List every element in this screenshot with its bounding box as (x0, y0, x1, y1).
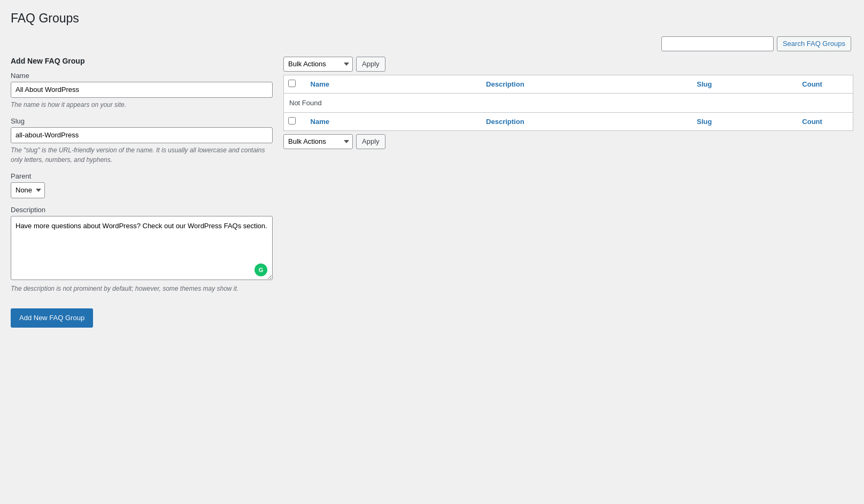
search-bar-row: Search FAQ Groups (11, 36, 853, 51)
footer-checkbox-cell (284, 112, 305, 130)
bottom-bulk-actions-select[interactable]: Bulk Actions (283, 134, 353, 149)
table-footer: Name Description Slug Count (284, 112, 853, 130)
slug-hint: The "slug" is the URL-friendly version o… (11, 145, 273, 165)
page-wrapper: FAQ Groups Search FAQ Groups Add New FAQ… (0, 0, 864, 338)
description-field: Description Have more questions about Wo… (11, 206, 273, 293)
footer-count[interactable]: Count (797, 112, 853, 130)
table-header-row: Name Description Slug Count (284, 75, 853, 93)
slug-field: Slug The "slug" is the URL-friendly vers… (11, 117, 273, 165)
footer-description[interactable]: Description (481, 112, 691, 130)
top-apply-button[interactable]: Apply (356, 57, 385, 72)
name-hint: The name is how it appears on your site. (11, 100, 273, 110)
grammarly-icon: G (254, 263, 267, 276)
textarea-wrapper: Have more questions about WordPress? Che… (11, 216, 273, 282)
parent-field: Parent None (11, 172, 273, 198)
search-faq-groups-button[interactable]: Search FAQ Groups (777, 36, 851, 51)
header-checkbox-cell (284, 75, 305, 93)
left-panel: Add New FAQ Group Name The name is how i… (11, 57, 273, 328)
header-name[interactable]: Name (305, 75, 481, 93)
select-all-checkbox[interactable] (288, 80, 296, 87)
slug-input[interactable] (11, 127, 273, 143)
bottom-apply-button[interactable]: Apply (356, 134, 385, 149)
not-found-cell: Not Found (284, 93, 853, 112)
table-footer-row: Name Description Slug Count (284, 112, 853, 130)
add-new-faq-group-button[interactable]: Add New FAQ Group (11, 308, 93, 328)
table-header: Name Description Slug Count (284, 75, 853, 93)
table-row-not-found: Not Found (284, 93, 853, 112)
faq-groups-table: Name Description Slug Count Not Found (283, 75, 853, 131)
name-input[interactable] (11, 82, 273, 98)
top-bulk-actions-row: Bulk Actions Apply (283, 57, 853, 72)
top-bulk-actions-select[interactable]: Bulk Actions (283, 57, 353, 72)
description-hint: The description is not prominent by defa… (11, 284, 273, 293)
footer-slug[interactable]: Slug (691, 112, 797, 130)
add-form-title: Add New FAQ Group (11, 57, 273, 65)
bottom-bulk-actions-row: Bulk Actions Apply (283, 134, 853, 149)
right-panel: Bulk Actions Apply Name Description Slug… (283, 57, 853, 152)
header-description[interactable]: Description (481, 75, 691, 93)
table-body: Not Found (284, 93, 853, 112)
header-count[interactable]: Count (797, 75, 853, 93)
description-label: Description (11, 206, 273, 214)
description-textarea[interactable]: Have more questions about WordPress? Che… (11, 216, 273, 280)
footer-name[interactable]: Name (305, 112, 481, 130)
page-title: FAQ Groups (11, 11, 853, 27)
main-content: Add New FAQ Group Name The name is how i… (11, 57, 853, 328)
search-input[interactable] (661, 36, 774, 51)
name-label: Name (11, 72, 273, 80)
parent-label: Parent (11, 172, 273, 180)
slug-label: Slug (11, 117, 273, 125)
select-all-footer-checkbox[interactable] (288, 117, 296, 125)
parent-select[interactable]: None (11, 182, 45, 198)
header-slug[interactable]: Slug (691, 75, 797, 93)
name-field: Name The name is how it appears on your … (11, 72, 273, 110)
